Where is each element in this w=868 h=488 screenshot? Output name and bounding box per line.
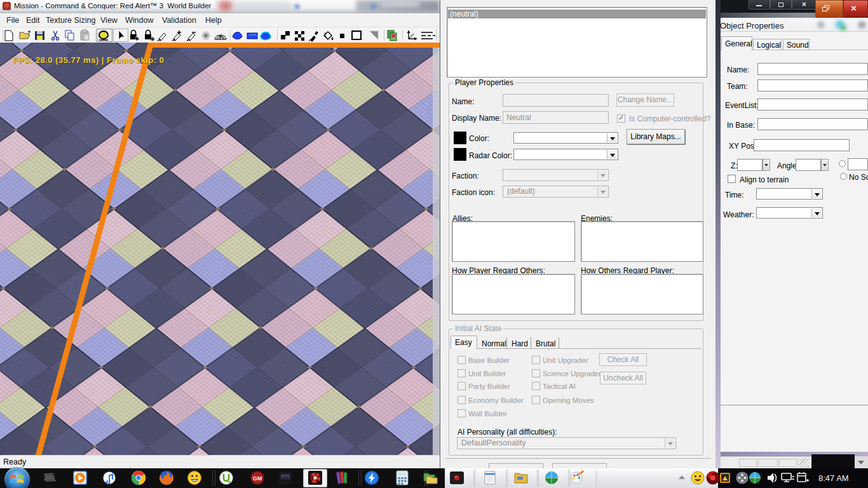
svg-text:GM: GM [253,475,262,482]
